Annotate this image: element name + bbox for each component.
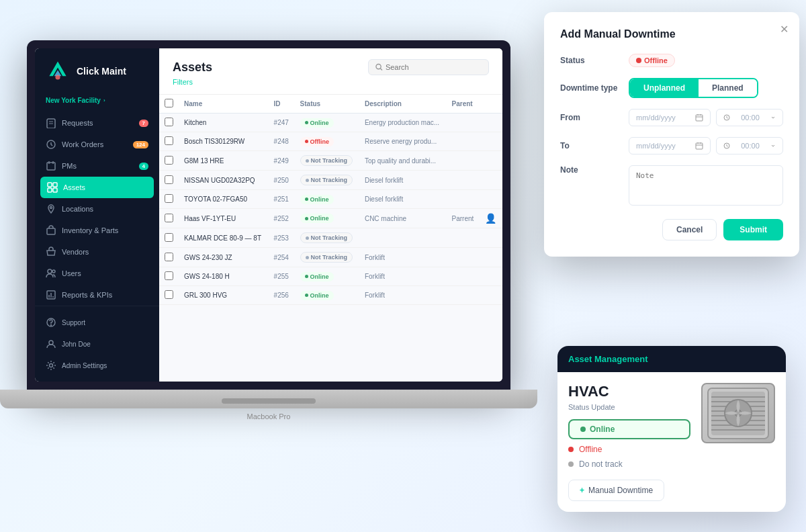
gear-icon [46,360,56,371]
status-dot-icon [306,179,309,182]
requests-badge: 7 [139,120,148,127]
row-checkbox[interactable] [165,175,173,184]
row-checkbox[interactable] [165,253,173,261]
locations-icon [46,204,56,214]
svg-point-17 [52,270,55,273]
online-status-button[interactable]: Online [568,419,690,439]
status-dot-icon [305,140,308,143]
row-checkbox[interactable] [165,194,173,203]
row-checkbox[interactable] [165,118,173,126]
svg-rect-11 [53,183,57,187]
filters-link[interactable]: Filters [173,75,489,89]
table-row[interactable]: TOYOTA 02-7FGA50 #251 Online Diesel fork… [159,190,502,209]
svg-point-14 [50,207,52,209]
th-action [480,95,502,114]
row-checkbox-cell[interactable] [159,267,179,286]
table-row[interactable]: NISSAN UGD02A32PQ #250 Not Tracking Dies… [159,171,502,190]
offline-option[interactable]: Offline [568,445,690,454]
sidebar-user[interactable]: John Doe [35,333,159,355]
manual-downtime-button[interactable]: + Manual Downtime [568,480,664,501]
status-dot-icon [305,121,308,124]
donottrack-option[interactable]: Do not track [568,459,690,469]
table-row[interactable]: KALMAR DCE 80-9 — 8T #253 Not Tracking [159,228,502,248]
row-name: G8M 13 HRE [179,151,269,171]
from-time-input[interactable]: 00:00 [716,109,783,126]
row-description: Energy production mac... [359,114,447,132]
row-checkbox-cell[interactable] [159,114,179,132]
svg-point-25 [50,364,53,367]
to-time-input[interactable]: 00:00 [716,137,783,154]
row-checkbox[interactable] [165,214,173,222]
sidebar-item-requests[interactable]: Requests 7 [35,112,159,134]
cancel-button[interactable]: Cancel [662,219,717,240]
sidebar-item-pms[interactable]: PMs 4 [35,155,159,177]
sidebar-item-users[interactable]: Users [35,263,159,284]
sidebar-item-vendors[interactable]: Vendors [35,241,159,263]
inventory-icon [46,225,56,236]
table-row[interactable]: Bosch TIS30129RW #248 Offline Reserve en… [159,132,502,151]
sidebar-collapse[interactable]: Collapse sidebar [35,376,159,382]
table-row[interactable]: GWS 24-230 JZ #254 Not Tracking Forklift [159,248,502,267]
row-checkbox-cell[interactable] [159,286,179,305]
sidebar-item-locations[interactable]: Locations [35,198,159,220]
row-checkbox[interactable] [165,290,173,299]
content-header: Assets Filters [159,48,502,95]
row-checkbox[interactable] [165,136,173,145]
row-action [480,228,502,248]
row-id: #252 [269,209,295,228]
select-all-checkbox[interactable] [165,99,173,107]
svg-line-27 [380,69,382,71]
table-row[interactable]: Haas VF-1YT-EU #252 Online CNC machine P… [159,209,502,228]
online-option[interactable]: Online [568,419,690,439]
table-row[interactable]: GWS 24-180 H #255 Online Forklift [159,267,502,286]
to-date-input[interactable]: mm/dd/yyyy [629,137,711,154]
close-icon[interactable]: ✕ [780,23,789,36]
row-checkbox[interactable] [165,156,173,165]
row-checkbox-cell[interactable] [159,248,179,267]
row-checkbox-cell[interactable] [159,190,179,209]
row-parent [447,248,480,267]
svg-rect-13 [53,188,57,192]
sidebar-item-work-orders[interactable]: Work Orders 124 [35,134,159,155]
planned-button[interactable]: Planned [699,79,757,97]
svg-point-16 [48,269,52,273]
sidebar-admin[interactable]: Admin Settings [35,355,159,376]
row-checkbox-cell[interactable] [159,132,179,151]
submit-button[interactable]: Submit [723,219,783,240]
sidebar-item-assets[interactable]: Assets [40,177,154,198]
facility-label[interactable]: New York Facility › [35,97,159,112]
assets-table: Name ID Status Description Parent Kitche… [159,95,502,305]
status-badge: Online [300,291,334,300]
row-name: GWS 24-180 H [179,267,269,286]
row-checkbox-cell[interactable] [159,209,179,228]
table-row[interactable]: Kitchen #247 Online Energy production ma… [159,114,502,132]
row-id: #254 [269,248,295,267]
status-badge: Offline [629,54,675,67]
to-label: To [560,141,621,150]
add-downtime-modal: Add Manual Downtime ✕ Status Offline Dow… [544,12,799,257]
from-date-input[interactable]: mm/dd/yyyy [629,109,711,126]
row-status: Not Tracking [295,171,359,190]
th-description: Description [359,95,447,114]
search-input[interactable] [386,63,482,71]
table-row[interactable]: G8M 13 HRE #249 Not Tracking Top quality… [159,151,502,171]
table-row[interactable]: GRL 300 HVG #256 Online Forklift [159,286,502,305]
row-checkbox-cell[interactable] [159,228,179,248]
row-checkbox[interactable] [165,233,173,242]
clock-icon [723,114,730,121]
status-options: Online Offline Do not track [568,419,690,469]
sidebar-item-inventory[interactable]: Inventory & Parts [35,220,159,241]
row-checkbox-cell[interactable] [159,151,179,171]
note-textarea[interactable] [629,165,783,206]
offline-dot-icon [636,58,641,63]
row-checkbox[interactable] [165,271,173,280]
unplanned-button[interactable]: Unplanned [630,79,699,97]
sidebar-support[interactable]: Support [35,312,159,333]
row-parent [447,114,480,132]
status-dot-icon [306,159,309,163]
row-description: Top quality and durabi... [359,151,447,171]
row-checkbox-cell[interactable] [159,171,179,190]
downtime-type-row: Downtime type Unplanned Planned [560,78,783,98]
sidebar-item-reports[interactable]: Reports & KPIs [35,284,159,306]
search-bar[interactable] [368,59,489,75]
